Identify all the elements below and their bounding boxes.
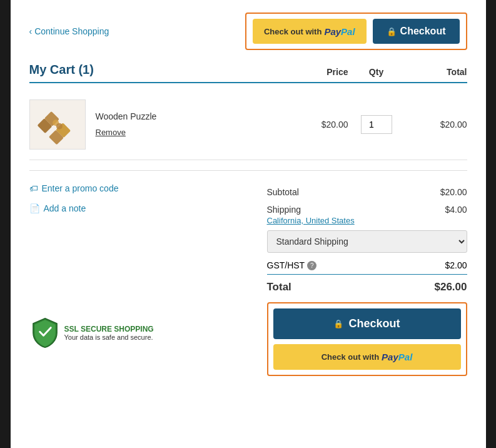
cart-item-row: Wooden Puzzle Remove $20.00 $20.00 xyxy=(29,89,467,160)
shipping-top: Shipping $4.00 xyxy=(267,205,467,215)
col-header-total: Total xyxy=(405,67,467,77)
wooden-puzzle-svg xyxy=(36,103,79,146)
paypal-prefix-label: Check out with xyxy=(264,27,321,36)
continue-shopping-link[interactable]: ‹ Continue Shopping xyxy=(29,26,109,36)
header-row: ‹ Continue Shopping Check out with PayPa… xyxy=(29,13,467,50)
checkout-button-bottom[interactable]: 🔒 Checkout xyxy=(273,308,461,339)
shipping-select[interactable]: Standard Shipping xyxy=(267,230,467,253)
chevron-left-icon: ‹ xyxy=(29,26,33,36)
gst-label: GST/HST ? xyxy=(267,260,317,270)
ssl-text: SSL SECURE SHOPPING Your data is safe an… xyxy=(64,325,154,341)
item-image xyxy=(29,99,86,150)
item-total: $20.00 xyxy=(405,120,467,130)
paypal-prefix-label-bottom: Check out with xyxy=(321,352,379,362)
promo-code-link[interactable]: 🏷 Enter a promo code xyxy=(29,183,255,193)
item-price: $20.00 xyxy=(292,120,348,130)
checkout-button-top[interactable]: 🔒 Checkout xyxy=(373,19,460,44)
subtotal-row: Subtotal $20.00 xyxy=(267,183,467,201)
col-header-price: Price xyxy=(292,67,348,77)
left-section: 🏷 Enter a promo code 📄 Add a note SSL SE… xyxy=(29,183,255,376)
shipping-location-link[interactable]: California, United States xyxy=(267,216,467,225)
paypal-logo-bottom: PayPal xyxy=(382,352,412,362)
shipping-row: Shipping $4.00 California, United States… xyxy=(267,201,467,257)
divider xyxy=(29,170,467,171)
ssl-shield-icon xyxy=(29,317,61,349)
header-buttons-group: Check out with PayPal 🔒 Checkout xyxy=(245,13,467,50)
right-section: Subtotal $20.00 Shipping $4.00 Californi… xyxy=(267,183,467,376)
gst-help-icon[interactable]: ? xyxy=(307,261,316,270)
paypal-checkout-button-top[interactable]: Check out with PayPal xyxy=(253,19,367,44)
page-container: ‹ Continue Shopping Check out with PayPa… xyxy=(11,0,486,448)
paypal-logo: PayPal xyxy=(324,26,355,37)
lock-icon-bottom: 🔒 xyxy=(333,319,343,328)
lock-icon-top: 🔒 xyxy=(387,27,397,36)
checkout-buttons-box: 🔒 Checkout Check out with PayPal xyxy=(267,302,467,376)
item-name: Wooden Puzzle xyxy=(96,111,292,121)
remove-item-button[interactable]: Remove xyxy=(96,128,126,137)
col-header-qty: Qty xyxy=(348,67,405,77)
total-row: Total $26.00 xyxy=(267,275,467,300)
cart-title: My Cart (1) xyxy=(29,63,94,77)
item-info: Wooden Puzzle Remove xyxy=(96,111,292,138)
tag-icon: 🏷 xyxy=(29,183,38,193)
cart-title-row: My Cart (1) Price Qty Total xyxy=(29,63,467,83)
summary-section: 🏷 Enter a promo code 📄 Add a note SSL SE… xyxy=(29,183,467,376)
item-qty-wrapper xyxy=(348,115,405,134)
item-qty-input[interactable] xyxy=(361,115,392,134)
add-note-link[interactable]: 📄 Add a note xyxy=(29,203,255,213)
ssl-badge: SSL SECURE SHOPPING Your data is safe an… xyxy=(29,317,255,349)
gst-row: GST/HST ? $2.00 xyxy=(267,257,467,275)
paypal-checkout-button-bottom[interactable]: Check out with PayPal xyxy=(273,344,461,370)
note-icon: 📄 xyxy=(29,203,40,213)
cart-column-headers: Price Qty Total xyxy=(292,67,467,77)
